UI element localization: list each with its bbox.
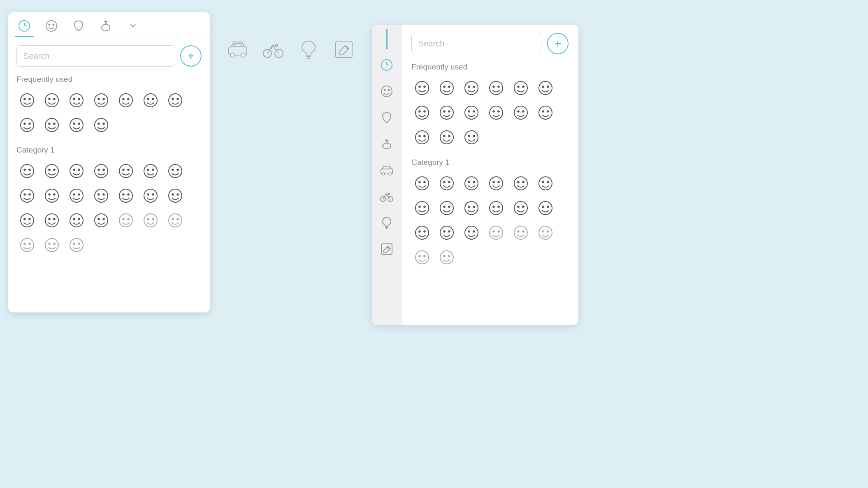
emoji-item[interactable] <box>461 197 482 219</box>
right-add-button[interactable] <box>547 33 569 54</box>
emoji-item[interactable] <box>16 160 38 182</box>
emoji-item[interactable] <box>165 90 186 111</box>
emoji-item[interactable] <box>91 160 112 182</box>
emoji-item[interactable] <box>66 185 87 206</box>
sidebar-icon-food[interactable] <box>374 132 399 156</box>
emoji-item[interactable] <box>115 160 137 182</box>
sidebar-icon-nature[interactable] <box>374 105 399 130</box>
sidebar-icon-recent[interactable] <box>374 53 399 77</box>
emoji-item[interactable] <box>461 77 482 99</box>
emoji-item[interactable] <box>165 185 186 206</box>
emoji-item[interactable] <box>436 197 457 219</box>
emoji-item[interactable] <box>66 210 87 231</box>
emoji-item[interactable] <box>510 173 531 194</box>
emoji-item[interactable] <box>140 210 161 231</box>
emoji-item[interactable] <box>485 102 507 123</box>
emoji-item[interactable] <box>436 127 457 148</box>
emoji-item[interactable] <box>485 197 507 219</box>
left-search-input[interactable] <box>16 45 175 67</box>
tab-emoji-left[interactable] <box>42 18 61 37</box>
emoji-item[interactable] <box>436 77 457 99</box>
sidebar-icon-car[interactable] <box>374 158 399 183</box>
svg-point-77 <box>147 194 149 195</box>
emoji-item[interactable] <box>16 210 38 231</box>
emoji-item[interactable] <box>115 90 137 111</box>
emoji-item[interactable] <box>66 234 87 256</box>
emoji-item[interactable] <box>436 247 457 268</box>
tab-food-left[interactable] <box>96 18 115 37</box>
emoji-item[interactable] <box>140 185 161 206</box>
bicycle-icon[interactable] <box>262 38 285 61</box>
emoji-item[interactable] <box>66 114 87 136</box>
emoji-item[interactable] <box>411 77 433 99</box>
emoji-item[interactable] <box>41 90 63 111</box>
sidebar-icon-bicycle[interactable] <box>374 184 399 209</box>
emoji-item[interactable] <box>16 185 38 206</box>
right-search-input[interactable] <box>411 33 541 54</box>
emoji-item[interactable] <box>41 185 63 206</box>
tab-nature-left[interactable] <box>69 18 88 37</box>
svg-point-74 <box>123 194 124 195</box>
emoji-item[interactable] <box>535 102 556 123</box>
emoji-item[interactable] <box>411 127 433 148</box>
emoji-item[interactable] <box>115 210 137 231</box>
emoji-item[interactable] <box>535 173 556 194</box>
emoji-item[interactable] <box>535 197 556 219</box>
svg-point-45 <box>53 169 55 171</box>
emoji-item[interactable] <box>16 234 38 256</box>
emoji-item[interactable] <box>461 173 482 194</box>
emoji-item[interactable] <box>41 160 63 182</box>
emoji-item[interactable] <box>510 102 531 123</box>
emoji-item[interactable] <box>411 247 433 268</box>
emoji-item[interactable] <box>436 173 457 194</box>
emoji-item[interactable] <box>91 210 112 231</box>
emoji-item[interactable] <box>16 114 38 136</box>
emoji-item[interactable] <box>16 90 38 111</box>
emoji-item[interactable] <box>165 210 186 231</box>
tab-more-left[interactable] <box>123 18 142 37</box>
edit-icon[interactable] <box>332 38 355 61</box>
emoji-item[interactable] <box>411 102 433 123</box>
emoji-item[interactable] <box>535 222 556 243</box>
emoji-item[interactable] <box>510 77 531 99</box>
emoji-item[interactable] <box>485 222 507 243</box>
svg-point-75 <box>128 194 129 195</box>
sidebar-icon-edit[interactable] <box>374 237 399 261</box>
emoji-item[interactable] <box>91 185 112 206</box>
emoji-item[interactable] <box>140 90 161 111</box>
emoji-item[interactable] <box>91 90 112 111</box>
emoji-item[interactable] <box>41 210 63 231</box>
lightbulb-icon[interactable] <box>297 38 320 61</box>
emoji-item[interactable] <box>411 222 433 243</box>
emoji-item[interactable] <box>66 160 87 182</box>
left-add-button[interactable] <box>180 45 202 67</box>
sidebar-icon-lightbulb[interactable] <box>374 210 399 235</box>
emoji-item[interactable] <box>461 222 482 243</box>
emoji-item[interactable] <box>436 222 457 243</box>
emoji-item[interactable] <box>41 234 63 256</box>
emoji-item[interactable] <box>66 90 87 111</box>
emoji-item[interactable] <box>535 77 556 99</box>
svg-point-230 <box>468 231 470 232</box>
svg-point-46 <box>70 164 83 178</box>
car-icon[interactable] <box>226 38 249 61</box>
emoji-item[interactable] <box>436 102 457 123</box>
emoji-item[interactable] <box>485 173 507 194</box>
emoji-item[interactable] <box>411 197 433 219</box>
emoji-item[interactable] <box>411 173 433 194</box>
sidebar-icon-emoji[interactable] <box>374 79 399 104</box>
tab-recent-left[interactable] <box>15 18 34 37</box>
emoji-item[interactable] <box>140 160 161 182</box>
svg-point-73 <box>119 189 132 202</box>
emoji-item[interactable] <box>485 77 507 99</box>
emoji-item[interactable] <box>461 127 482 148</box>
emoji-item[interactable] <box>115 185 137 206</box>
emoji-item[interactable] <box>41 114 63 136</box>
svg-point-57 <box>152 169 154 171</box>
emoji-item[interactable] <box>510 197 531 219</box>
emoji-item[interactable] <box>91 114 112 136</box>
emoji-item[interactable] <box>165 160 186 182</box>
emoji-item[interactable] <box>510 222 531 243</box>
emoji-item[interactable] <box>461 102 482 123</box>
svg-point-36 <box>78 123 80 125</box>
